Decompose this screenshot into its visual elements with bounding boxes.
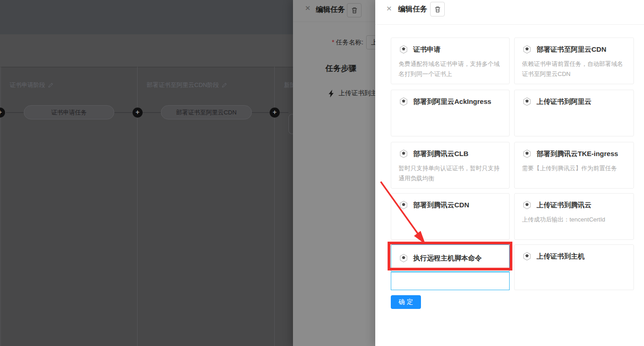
plugin-card-upload-ali[interactable]: 上传证书到阿里云 (514, 90, 634, 136)
pipeline-page-dimmed: 证书申请阶段 部署证书至阿里云CDN阶段 新阶段 证书申请任务 部署证书至阿里云… (0, 0, 293, 346)
edit-task-drawer-front: ✕ 编辑任务 证书申请 免费通配符域名证书申请，支持多个域名打到同一个证书上 部… (375, 0, 644, 346)
plugin-card-remote-script-selected[interactable]: 执行远程主机脚本命令 (391, 244, 510, 272)
stage-title-text: 新阶段 (284, 81, 293, 89)
plugin-icon (522, 97, 532, 107)
plugin-card-desc: 上传成功后输出：tencentCertId (522, 215, 626, 225)
plugin-card-desc: 免费通配符域名证书申请，支持多个域名打到同一个证书上 (399, 59, 502, 79)
task-pill-deploy-cdn[interactable]: 部署证书至阿里云CDN (161, 105, 252, 119)
task-pill-partial[interactable] (288, 114, 293, 134)
edit-pencil-icon[interactable] (222, 82, 227, 88)
task-pill-cert-apply[interactable]: 证书申请任务 (24, 105, 114, 119)
header-divider (375, 24, 644, 25)
plugin-icon (399, 44, 409, 54)
drawer2-title: 编辑任务 (398, 5, 427, 14)
delete-task-button[interactable] (430, 2, 445, 16)
plugin-card-ack-ingress[interactable]: 部署到阿里云AckIngress (391, 90, 510, 136)
edit-pencil-icon[interactable] (48, 82, 53, 88)
stage-title-text: 部署证书至阿里云CDN阶段 (147, 81, 219, 89)
plugin-card-desc: 需要【上传到腾讯云】作为前置任务 (522, 163, 626, 173)
plugin-card-deploy-ali-cdn[interactable]: 部署证书至阿里云CDN 依赖证书申请前置任务，自动部署域名证书至阿里云CDN (514, 38, 634, 84)
plugin-icon (522, 200, 532, 210)
add-stage-button[interactable]: + (133, 108, 143, 118)
plugin-card-tke-ingress[interactable]: 部署到腾讯云TKE-ingress 需要【上传到腾讯云】作为前置任务 (514, 142, 634, 189)
plugin-card-tencent-clb[interactable]: 部署到腾讯云CLB 暂时只支持单向认证证书，暂时只支持通用负载均衡 (391, 142, 510, 189)
plugin-icon (399, 149, 409, 159)
drawer2-header: ✕ 编辑任务 (375, 0, 644, 22)
plugin-card-title: 部署到腾讯云CDN (413, 201, 469, 210)
plugin-card-desc: 暂时只支持单向认证证书，暂时只支持通用负载均衡 (399, 163, 502, 184)
connector-line (6, 112, 24, 113)
plugin-card-tencent-cdn[interactable]: 部署到腾讯云CDN (391, 193, 510, 240)
plugin-card-title: 上传证书到主机 (537, 252, 585, 261)
plugin-card-desc: 依赖证书申请前置任务，自动部署域名证书至阿里云CDN (522, 59, 626, 79)
plugin-card-title: 部署到腾讯云TKE-ingress (537, 150, 618, 158)
plugin-icon (399, 253, 409, 263)
plugin-icon (522, 44, 532, 54)
plugin-card-title: 部署证书至阿里云CDN (537, 45, 607, 54)
plugin-icon (522, 251, 532, 261)
stage-title-2: 部署证书至阿里云CDN阶段 (147, 81, 227, 89)
stage-title-1: 证书申请阶段 (10, 81, 53, 89)
trash-icon (434, 6, 441, 13)
selected-plugin-detail-box (391, 272, 510, 290)
plugin-card-title: 部署到腾讯云CLB (413, 150, 468, 158)
add-stage-button[interactable]: + (270, 108, 280, 118)
plugin-icon (399, 97, 409, 107)
plugin-card-upload-host[interactable]: 上传证书到主机 (514, 244, 634, 290)
stage-title-text: 证书申请阶段 (10, 81, 45, 89)
stage-title-3: 新阶段 (284, 81, 293, 89)
confirm-button[interactable]: 确 定 (391, 295, 421, 309)
plugin-icon (522, 149, 532, 159)
close-icon[interactable]: ✕ (386, 5, 392, 13)
plugin-card-upload-tencent[interactable]: 上传证书到腾讯云 上传成功后输出：tencentCertId (514, 193, 634, 240)
app-root: 证书申请阶段 部署证书至阿里云CDN阶段 新阶段 证书申请任务 部署证书至阿里云… (0, 0, 644, 346)
plugin-card-title: 上传证书到腾讯云 (537, 201, 591, 210)
plugin-card-cert-apply[interactable]: 证书申请 免费通配符域名证书申请，支持多个域名打到同一个证书上 (391, 38, 510, 84)
plugin-card-title: 证书申请 (413, 45, 441, 54)
toolbar-band (0, 34, 293, 67)
plugin-card-title: 部署到阿里云AckIngress (413, 97, 491, 106)
plugin-card-title: 上传证书到阿里云 (537, 97, 591, 106)
top-header-bar (0, 0, 293, 34)
plugin-card-title: 执行远程主机脚本命令 (413, 254, 482, 263)
plugin-icon (399, 200, 409, 210)
